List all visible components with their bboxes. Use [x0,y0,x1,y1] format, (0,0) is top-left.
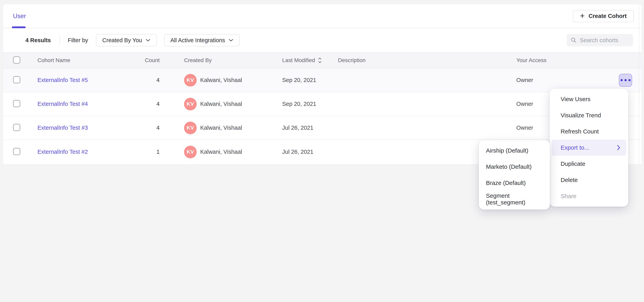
row-checkbox[interactable] [13,100,20,107]
create-cohort-label: Create Cohort [589,13,627,19]
search-box[interactable] [567,34,633,46]
cohort-count: 4 [145,124,184,131]
created-by-filter-label: Created By You [102,37,142,44]
menu-item-visualize-trend[interactable]: Visualize Trend [550,107,628,124]
menu-item-share: Share [550,188,628,204]
submenu-item-marketo[interactable]: Marketo (Default) [479,159,550,175]
created-by-filter-dropdown[interactable]: Created By You [96,34,157,46]
submenu-item-braze[interactable]: Braze (Default) [479,175,550,191]
toolbar-divider [60,36,60,45]
submenu-item-airship[interactable]: Airship (Default) [479,142,550,159]
select-all-checkbox[interactable] [13,56,20,64]
menu-item-duplicate[interactable]: Duplicate [550,156,628,172]
cohort-name-link[interactable]: ExternalInfo Test #5 [38,77,88,83]
avatar: KV [184,122,197,134]
column-header-last-modified[interactable]: Last Modified [282,57,338,64]
column-header-created-by: Created By [184,57,282,64]
integrations-filter-dropdown[interactable]: All Active Integrations [164,34,240,46]
menu-item-refresh-count[interactable]: Refresh Count [550,124,628,140]
row-context-menu: View Users Visualize Trend Refresh Count… [550,89,628,206]
last-modified-date: Jul 26, 2021 [282,149,338,155]
access-level: Owner [516,77,616,84]
row-checkbox[interactable] [13,124,20,131]
table-header: Cohort Name Count Created By Last Modifi… [3,52,642,68]
search-icon [571,37,576,44]
last-modified-date: Sep 20, 2021 [282,101,338,107]
tab-active-underline [12,26,26,28]
chevron-down-icon [146,39,150,42]
tab-bar: User + Create Cohort [3,4,642,28]
integrations-filter-label: All Active Integrations [170,37,225,44]
column-header-cohort-name: Cohort Name [38,57,145,64]
cohort-name-link[interactable]: ExternalInfo Test #4 [38,101,88,107]
tab-user[interactable]: User [13,4,26,28]
avatar: KV [184,146,197,158]
column-header-description: Description [338,57,516,64]
table-row: ExternalInfo Test #3 4 KV Kalwani, Visha… [3,116,642,140]
menu-item-delete[interactable]: Delete [550,172,628,188]
avatar: KV [184,98,197,110]
chevron-right-icon [617,145,620,150]
cohort-name-link[interactable]: ExternalInfo Test #2 [38,149,88,155]
table-row: ExternalInfo Test #4 4 KV Kalwani, Visha… [3,92,642,116]
column-header-your-access: Your Access [516,57,616,64]
cohort-count: 4 [145,101,184,107]
last-modified-date: Sep 20, 2021 [282,77,338,84]
export-to-label: Export to... [561,144,589,151]
cohorts-page: User + Create Cohort 4 Results Filter by… [0,0,644,302]
menu-item-export-to[interactable]: Export to... [552,140,626,156]
row-actions-button[interactable] [619,74,632,87]
created-by-name: Kalwani, Vishaal [200,77,242,84]
cohort-name-link[interactable]: ExternalInfo Test #3 [38,124,88,131]
column-header-count: Count [145,57,184,64]
ellipsis-icon [620,79,623,81]
tab-user-label: User [13,12,26,20]
filter-by-label: Filter by [68,37,88,44]
created-by-name: Kalwani, Vishaal [200,149,242,155]
cohort-count: 4 [145,77,184,84]
last-modified-date: Jul 26, 2021 [282,124,338,131]
cohort-count: 1 [145,149,184,155]
filter-toolbar: 4 Results Filter by Created By You All A… [3,28,642,52]
menu-item-view-users[interactable]: View Users [550,91,628,107]
plus-icon: + [580,12,584,20]
created-by-name: Kalwani, Vishaal [200,124,242,131]
row-checkbox[interactable] [13,148,20,155]
avatar: KV [184,74,197,86]
table-row: ExternalInfo Test #5 4 KV Kalwani, Visha… [3,68,642,92]
chevron-down-icon [228,39,233,42]
submenu-item-segment[interactable]: Segment (test_segment) [479,191,550,207]
export-submenu: Airship (Default) Marketo (Default) Braz… [479,140,550,210]
created-by-name: Kalwani, Vishaal [200,101,242,107]
results-count: 4 Results [26,37,51,44]
create-cohort-button[interactable]: + Create Cohort [573,10,634,22]
row-checkbox[interactable] [13,76,20,84]
sort-icon [318,57,322,64]
search-input[interactable] [580,37,629,44]
